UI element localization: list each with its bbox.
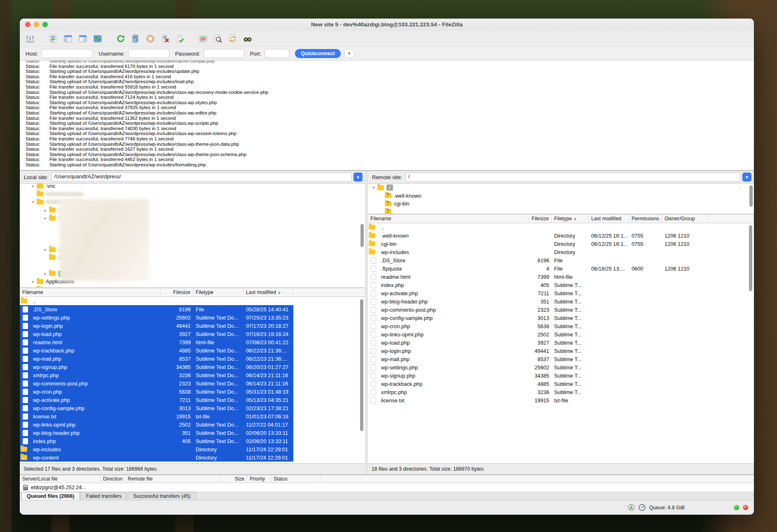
username-input[interactable] (128, 49, 169, 58)
tree-item-Desktop[interactable]: Desktop (20, 286, 359, 288)
synchronized-browsing-icon[interactable] (227, 33, 239, 44)
file-row[interactable]: license.txt19915txt-file (368, 396, 754, 404)
log-indicator-green-icon[interactable] (734, 505, 739, 510)
file-row[interactable]: wp-blog-header.php351Sublime T... (368, 297, 754, 306)
speed-limit-icon[interactable] (639, 504, 646, 511)
remote-tree-scrollbar[interactable] (749, 185, 753, 207)
host-input[interactable] (41, 49, 93, 58)
local-file-list[interactable]: ...DS_Store8196File05/28/25 14:40:41wp-s… (20, 297, 365, 463)
file-row[interactable]: wp-blog-header.php351Sublime Text Do...0… (20, 429, 293, 437)
log-line[interactable]: Status:Starting upload of /Users/quandt/… (20, 61, 754, 64)
file-row[interactable]: .. (20, 297, 293, 305)
file-row[interactable]: wp-trackback.php4885Sublime T... (368, 380, 754, 388)
log-indicator-red-icon[interactable] (743, 505, 748, 510)
file-row[interactable]: wp-login.php49441Sublime Text Do...07/17… (20, 322, 293, 330)
file-row[interactable]: readme.html7399html-file (368, 273, 754, 281)
file-row[interactable]: wp-cron.php5638Sublime Text Do...05/31/2… (20, 387, 293, 396)
file-row[interactable]: xmlrpc.php3236Sublime T... (368, 388, 754, 396)
log-line[interactable]: Status:Starting upload of /Users/quandt/… (20, 131, 754, 136)
message-log-toggle-icon[interactable] (47, 33, 59, 44)
file-row[interactable]: wp-comments-post.php2323Sublime T... (368, 306, 754, 314)
panel-splitter[interactable] (365, 171, 368, 474)
local-list-scrollbar[interactable] (360, 299, 363, 431)
file-row[interactable]: wp-contentDirectory11/17/24 22:29:01 (20, 453, 293, 462)
titlebar[interactable]: New site 5 - dev%40azdigi.blog@103.221.2… (20, 19, 754, 31)
queue-column-priority[interactable]: Priority (247, 475, 271, 483)
remote-file-list[interactable]: ...well-knownDirectory06/12/25 16:1...07… (368, 223, 754, 463)
file-row[interactable]: wp-load.php3927Sublime T... (368, 338, 754, 347)
tab-successful-transfers-45-[interactable]: Successful transfers (45) (128, 492, 196, 500)
file-row[interactable]: readme.html7399html-file07/06/23 00:41:2… (20, 338, 293, 346)
tab-queued-files-2966-[interactable]: Queued files (2966) (21, 492, 80, 500)
chevron-right-icon[interactable]: ▸ (30, 184, 35, 188)
remote-treeview-toggle-icon[interactable] (77, 33, 89, 44)
close-button[interactable] (25, 22, 30, 27)
file-row[interactable]: wp-links-opml.php2502Sublime Text Do...1… (20, 420, 293, 429)
queue-column-remote-file[interactable]: Remote file (125, 475, 221, 483)
remote-list-scrollbar[interactable] (749, 225, 752, 291)
queue-column-status[interactable]: Status (271, 475, 321, 483)
disconnect-icon[interactable] (159, 33, 171, 44)
column-header-owner-group[interactable]: Owner/Group (662, 215, 708, 223)
quickconnect-button[interactable]: Quickconnect (295, 49, 341, 58)
file-row[interactable]: index.php405Sublime T... (368, 281, 754, 289)
log-line[interactable]: Status:File transfer successful, transfe… (20, 105, 754, 110)
log-line[interactable]: Status:Starting upload of /Users/quandt/… (20, 79, 754, 84)
column-header-filetype[interactable]: Filetype∧ (552, 215, 589, 223)
file-search-icon[interactable] (212, 33, 224, 44)
file-row[interactable]: wp-signup.php34385Sublime Text Do...06/2… (20, 363, 293, 371)
tree-item[interactable] (20, 190, 365, 198)
queue-header[interactable]: Server/Local fileDirectionRemote fileSiz… (20, 475, 754, 483)
filter-icon[interactable] (197, 33, 209, 44)
zoom-button[interactable] (42, 22, 48, 27)
file-row[interactable]: wp-login.php49441Sublime T... (368, 347, 754, 355)
chevron-right-icon[interactable]: ▸ (30, 279, 35, 284)
column-header-last-modified[interactable]: Last modified∨ (243, 288, 293, 296)
file-row[interactable]: license.txt19915txt-file01/01/23 07:06:1… (20, 412, 293, 420)
minimize-button[interactable] (34, 22, 39, 27)
log-line[interactable]: Status:File transfer successful, transfe… (20, 84, 754, 90)
file-row[interactable]: wp-comments-post.php2323Sublime Text Do.… (20, 379, 293, 387)
remote-path-dropdown-icon[interactable]: ▼ (742, 173, 751, 182)
file-row[interactable]: xmlrpc.php3236Sublime Text Do...06/14/23… (20, 371, 293, 379)
cancel-operation-icon[interactable] (144, 33, 157, 44)
auto-transfer-type-icon[interactable]: A (628, 504, 635, 511)
file-row[interactable]: wp-includesDirectory (368, 248, 754, 256)
queue-column-size[interactable]: Size (221, 475, 247, 483)
log-line[interactable]: Status:Starting upload of /Users/quandt/… (20, 152, 754, 157)
refresh-icon[interactable] (115, 33, 127, 44)
log-line[interactable]: Status:File transfer successful, transfe… (20, 136, 754, 142)
port-input[interactable] (264, 49, 289, 58)
local-directory-tree[interactable]: ▸.vnc▾▸▸ ▸screenshot▸wordpress▸Applicati… (20, 183, 365, 288)
chevron-right-icon[interactable]: ▸ (43, 247, 48, 252)
file-row[interactable]: wp-signup.php34385Sublime T... (368, 371, 754, 380)
log-line[interactable]: Status:Starting upload of /Users/quandt/… (20, 90, 754, 95)
remote-list-header[interactable]: FilenameFilesizeFiletype∧Last modifiedPe… (368, 214, 754, 223)
queue-server-row[interactable]: ebbzpgnz@45.252.24... (20, 483, 754, 491)
file-row[interactable]: wp-mail.php8537Sublime T... (368, 355, 754, 363)
site-manager-icon[interactable] (24, 33, 36, 44)
file-row[interactable]: wp-settings.php25602Sublime T... (368, 363, 754, 371)
file-row[interactable]: .ftpquota4File06/18/25 13:...06001206 12… (368, 264, 754, 273)
file-row[interactable]: wp-config-sample.php3013Sublime T... (368, 314, 754, 322)
remote-directory-tree[interactable]: ▾/.well-knowncgi-bin (368, 183, 754, 214)
chevron-down-icon[interactable]: ▾ (30, 200, 35, 204)
password-input[interactable] (204, 49, 244, 58)
transfer-queue-toggle-icon[interactable] (91, 33, 104, 44)
tree-item-.well-known[interactable]: .well-known (368, 192, 754, 200)
log-line[interactable]: Status:Starting upload of /Users/quandt/… (20, 69, 754, 74)
file-row[interactable]: wp-activate.php7211Sublime T... (368, 289, 754, 297)
log-line[interactable]: Status:File transfer successful, transfe… (20, 116, 754, 121)
file-row[interactable]: .. (368, 223, 754, 231)
tree-item-cgi-bin[interactable]: cgi-bin (368, 200, 754, 208)
process-queue-toggle-icon[interactable] (129, 33, 142, 44)
log-line[interactable]: Status:File transfer successful, transfe… (20, 74, 754, 79)
file-row[interactable]: wp-mail.php8537Sublime Text Do...06/22/2… (20, 355, 293, 363)
chevron-down-icon[interactable]: ▾ (371, 185, 376, 190)
log-line[interactable]: Status:File transfer successful, transfe… (20, 95, 754, 100)
log-line[interactable]: Status:File transfer successful, transfe… (20, 64, 754, 69)
column-header-filetype[interactable]: Filetype (193, 288, 243, 296)
chevron-right-icon[interactable]: ▸ (43, 271, 48, 276)
tree-item-.vnc[interactable]: ▸.vnc (20, 183, 365, 190)
queue-column-direction[interactable]: Direction (101, 475, 125, 483)
